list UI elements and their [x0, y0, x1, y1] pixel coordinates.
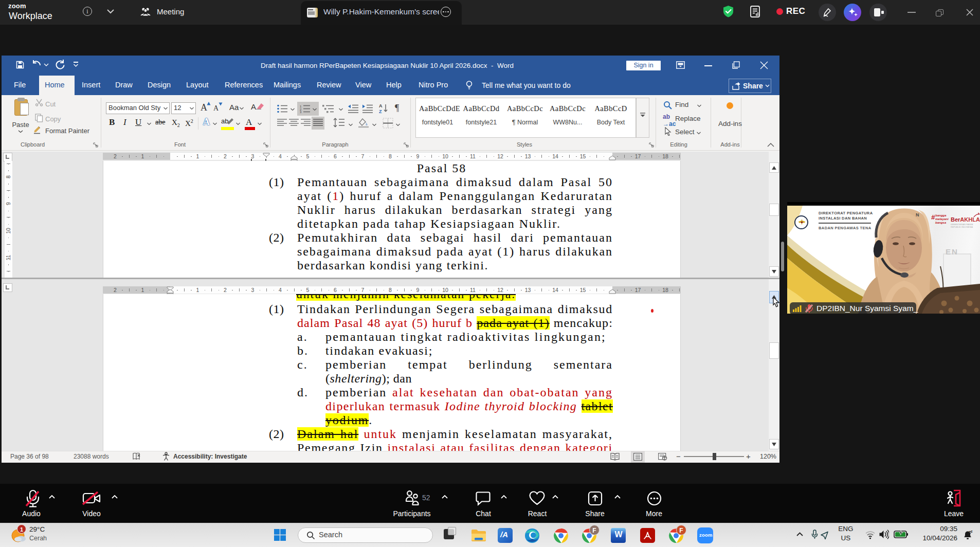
- svg-text:Z: Z: [379, 109, 382, 114]
- svg-text:A: A: [379, 103, 383, 108]
- svg-text:3: 3: [300, 111, 302, 113]
- svg-text:z: z: [971, 530, 973, 533]
